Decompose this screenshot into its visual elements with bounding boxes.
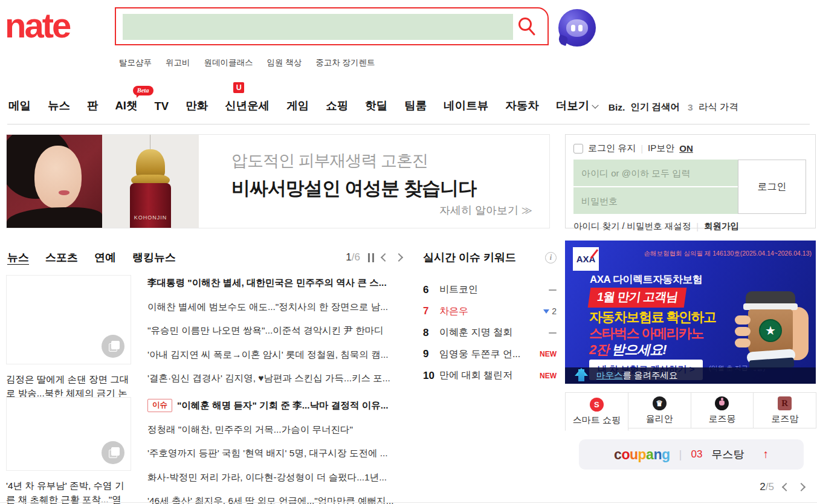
biz-keyword[interactable]: 라식 가격 <box>699 101 738 114</box>
nav-auto[interactable]: 자동차 <box>505 98 539 113</box>
ip-secure-toggle[interactable]: ON <box>679 143 693 153</box>
keep-login-checkbox[interactable] <box>573 144 583 153</box>
news-headline[interactable]: '주호영까지 등판' 국힘 '현역 배지' 5명, 대구시장 도전에 ... <box>147 447 402 460</box>
star-badge-icon: ★ <box>759 319 782 342</box>
nav-hotdeal[interactable]: 핫딜 <box>365 98 387 113</box>
nav-fortune[interactable]: 신년운세U <box>225 98 270 113</box>
rank-same-icon <box>549 289 557 291</box>
nav-games[interactable]: 게임 <box>286 98 309 113</box>
coupang-ranking-item[interactable]: coupang | 03 무스탕 ↑ <box>579 439 804 470</box>
nav-pann[interactable]: 판 <box>87 98 98 113</box>
nav-tv[interactable]: TV <box>155 100 169 113</box>
login-panel: 로그인 유지 | IP보안 ON 로그인 아이디 찾기 / 비밀번호 재설정 |… <box>565 134 816 228</box>
coupang-logo: coupang <box>614 447 670 463</box>
axa-line4-red: 2잔 <box>589 342 609 357</box>
login-password-input[interactable] <box>573 187 738 214</box>
coffee-cup-graphic: ★ <box>723 291 813 369</box>
crown-icon: ♛ <box>653 396 667 410</box>
news-headline[interactable]: '아내 김지연 씨 폭로→이혼 암시' 롯데 정철원, 침묵의 캠... <box>147 349 402 361</box>
kohonjin-banner-ad[interactable]: KOHONJIN 압도적인 피부재생력 고혼진 비싸서망설인 여성분 찾습니다 … <box>6 134 550 228</box>
pause-icon[interactable] <box>368 253 374 262</box>
ai-chat-bubble-icon <box>558 9 596 47</box>
tab-entertainment[interactable]: 연예 <box>94 250 116 265</box>
trending-keyword[interactable]: 위고비 <box>166 57 190 68</box>
divider: | <box>696 222 699 231</box>
signup-link[interactable]: 회원가입 <box>704 221 739 232</box>
coupang-pagination: 2/5 <box>565 481 804 493</box>
news-headline[interactable]: 화사-박정민 저리 가라, 이다현-강성형이 더 슬펐다...1년... <box>147 471 402 484</box>
next-arrow-icon[interactable] <box>395 253 403 262</box>
next-arrow-icon[interactable] <box>797 483 806 491</box>
nav-more[interactable]: 더보기 <box>556 98 598 113</box>
issue-rank: 10 <box>423 370 439 382</box>
rank-change: 2 <box>552 306 557 316</box>
nav-teamroom[interactable]: 팀룸 <box>404 98 427 113</box>
issue-keyword-item[interactable]: 8 이혜훈 지명 철회 <box>423 322 557 344</box>
prev-arrow-icon[interactable] <box>782 483 790 491</box>
trending-keyword[interactable]: 원데이클래스 <box>204 57 253 68</box>
shop-tab-label: 로즈몽 <box>708 413 735 425</box>
news-headline[interactable]: '결혼·임신 겹경사' 김지영, ♥남편과 스킨십 가득...키스 포... <box>147 372 402 385</box>
nav-ai-chat[interactable]: AI챗Beta <box>115 98 138 113</box>
tab-news[interactable]: 뉴스 <box>7 250 29 265</box>
hover-hint-emphasis: 마우스 <box>596 370 623 381</box>
news-thumb-caption[interactable]: '4년 차 유부남' 존박, 수염 기른 채 초췌한 근황 포착..."열심히 <box>6 479 131 504</box>
trend-up-icon: ↑ <box>763 448 769 461</box>
news-headline[interactable]: 이슈"이혜훈 해명 듣자" 기회 준 李...낙마 결정적 이유... <box>147 399 402 412</box>
tab-yulian[interactable]: ♛ 율리안 <box>628 392 691 428</box>
find-id-password-link[interactable]: 아이디 찾기 / 비밀번호 재설정 <box>573 221 691 232</box>
news-headline[interactable]: "유승민 이름만 나오면 쌍욕"...이준석 경악시킨 尹 한마디 <box>147 325 402 337</box>
issue-badge: 이슈 <box>147 399 172 412</box>
nav-divider <box>7 124 810 124</box>
issue-keyword-item[interactable]: 9 임영웅 두쫀쿠 언... NEW <box>423 344 557 366</box>
rank-new-badge: NEW <box>540 372 557 380</box>
ai-chat-button[interactable] <box>558 9 596 47</box>
tab-ranking-news[interactable]: 랭킹뉴스 <box>132 250 176 265</box>
banner-model-photo <box>7 135 102 228</box>
search-button[interactable] <box>516 16 538 38</box>
banner-ad-copy: 압도적인 피부재생력 고혼진 비싸서망설인 여성분 찾습니다 자세히 알아보기 … <box>199 135 549 228</box>
logo-letter: c <box>614 447 621 462</box>
coupang-keyword: 무스탕 <box>711 447 744 462</box>
info-icon[interactable]: i <box>545 252 557 263</box>
issue-keyword: 임영웅 두쫀쿠 언... <box>439 348 520 361</box>
news-thumbnail[interactable] <box>6 397 131 471</box>
search-input[interactable] <box>123 14 513 40</box>
news-pagination: 1/6 <box>346 251 402 263</box>
banner-product-photo: KOHONJIN <box>102 135 199 228</box>
main-nav: 메일 뉴스 판 AI챗Beta TV 만화 신년운세U 게임 쇼핑 핫딜 팀룸 … <box>8 98 598 113</box>
trending-keyword[interactable]: 중고차 장기렌트 <box>315 57 375 68</box>
axa-line2: 자동차보험료 확인하고 <box>589 308 716 326</box>
coupang-page-total: /5 <box>766 481 774 493</box>
nav-news[interactable]: 뉴스 <box>48 98 70 113</box>
trending-keyword[interactable]: 임원 책상 <box>267 57 302 68</box>
axa-insurance-ad[interactable]: AXA 손해보험협회 심의필 제 146130호(2025.04.14~2026… <box>565 241 816 384</box>
login-button[interactable]: 로그인 <box>738 160 806 214</box>
ip-secure-label: IP보안 <box>648 143 674 154</box>
issue-rank: 8 <box>423 327 439 339</box>
news-headline[interactable]: 정청래 "이해찬, 민주주의 거목...가슴이 무너진다" <box>147 424 402 436</box>
prev-arrow-icon[interactable] <box>381 253 389 262</box>
banner-cta[interactable]: 자세히 알아보기 ≫ <box>439 203 532 218</box>
nav-shopping[interactable]: 쇼핑 <box>326 98 348 113</box>
nav-mail[interactable]: 메일 <box>8 98 31 113</box>
issue-keyword-item[interactable]: 6 비트코인 <box>423 279 557 301</box>
tab-rosemam[interactable]: R 로즈맘 <box>754 392 816 428</box>
nate-homepage: nate 탈모샴푸 위고비 원데이클래스 임원 책상 중고차 장기렌트 메일 뉴… <box>0 0 817 504</box>
tab-sports[interactable]: 스포츠 <box>45 250 78 265</box>
nav-fortune-label: 신년운세 <box>225 99 270 112</box>
trending-keyword[interactable]: 탈모샴푸 <box>119 57 152 68</box>
nav-nateview[interactable]: 네이트뷰 <box>444 98 488 113</box>
banner-line2: 비싸서망설인 여성분 찾습니다 <box>231 176 532 201</box>
tab-smart-shopping[interactable]: S 스마트 쇼핑 <box>565 392 628 431</box>
issue-keywords-title: 실시간 이슈 키워드 <box>423 250 516 265</box>
news-thumbnail[interactable] <box>6 275 131 364</box>
issue-keyword-item[interactable]: 10 만에 대회 챌린저 NEW <box>423 365 557 387</box>
nav-comics[interactable]: 만화 <box>186 98 208 113</box>
news-headline[interactable]: 李대통령 "이해찬 별세, 대한민국은 민주주의 역사 큰 스... <box>147 277 402 289</box>
nate-logo[interactable]: nate <box>5 5 69 45</box>
news-headline[interactable]: 이해찬 별세에 범보수도 애도..."정치사의 한 장면으로 남... <box>147 301 402 314</box>
tab-rosemong[interactable]: 로즈몽 <box>691 392 754 428</box>
issue-keyword-item[interactable]: 7 차은우 2 <box>423 301 557 323</box>
login-id-input[interactable] <box>573 160 738 186</box>
